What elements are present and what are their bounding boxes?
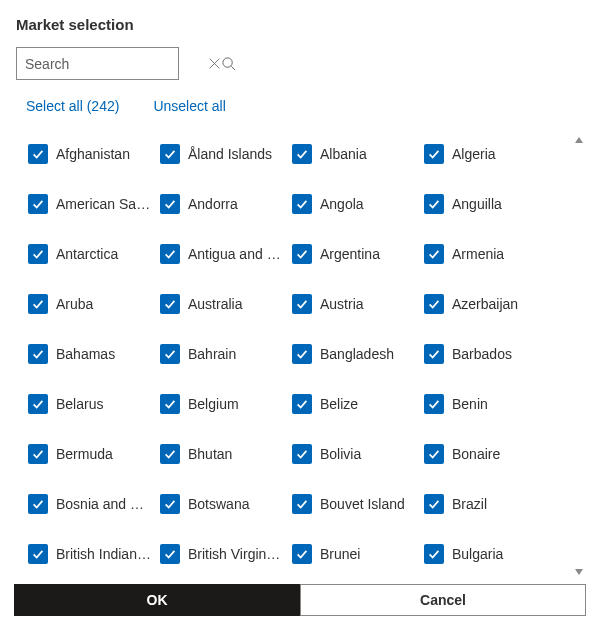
checkbox[interactable]	[160, 194, 180, 214]
market-label: American Samoa	[56, 196, 160, 212]
checkbox[interactable]	[28, 444, 48, 464]
market-item[interactable]: Austria	[292, 294, 424, 314]
checkbox[interactable]	[28, 544, 48, 564]
market-label: Angola	[320, 196, 424, 212]
market-label: Afghanistan	[56, 146, 160, 162]
market-item[interactable]: Afghanistan	[28, 144, 160, 164]
checkbox[interactable]	[424, 194, 444, 214]
svg-point-2	[223, 58, 232, 67]
checkbox[interactable]	[424, 344, 444, 364]
cancel-button[interactable]: Cancel	[300, 584, 586, 616]
market-item[interactable]: Antigua and Barbuda	[160, 244, 292, 264]
market-item[interactable]: British Indian Ocean Territory	[28, 544, 160, 564]
market-label: Aruba	[56, 296, 160, 312]
market-label: Benin	[452, 396, 556, 412]
checkbox[interactable]	[424, 494, 444, 514]
market-item[interactable]: Australia	[160, 294, 292, 314]
select-all-link[interactable]: Select all (242)	[26, 98, 119, 114]
market-item[interactable]: Belarus	[28, 394, 160, 414]
market-item[interactable]: American Samoa	[28, 194, 160, 214]
market-item[interactable]: Belize	[292, 394, 424, 414]
checkbox[interactable]	[424, 394, 444, 414]
checkbox[interactable]	[28, 194, 48, 214]
market-item[interactable]: Benin	[424, 394, 556, 414]
checkbox[interactable]	[424, 244, 444, 264]
checkbox[interactable]	[28, 294, 48, 314]
market-item[interactable]: Angola	[292, 194, 424, 214]
market-label: Bolivia	[320, 446, 424, 462]
market-item[interactable]: Brazil	[424, 494, 556, 514]
clear-icon[interactable]	[208, 48, 221, 79]
market-item[interactable]: Bosnia and Herzegovina	[28, 494, 160, 514]
checkbox[interactable]	[292, 544, 312, 564]
checkbox[interactable]	[424, 444, 444, 464]
market-item[interactable]: Brunei	[292, 544, 424, 564]
market-item[interactable]: Bonaire	[424, 444, 556, 464]
checkbox[interactable]	[292, 144, 312, 164]
ok-button[interactable]: OK	[14, 584, 300, 616]
checkbox[interactable]	[28, 244, 48, 264]
checkbox[interactable]	[292, 494, 312, 514]
market-item[interactable]: Botswana	[160, 494, 292, 514]
market-label: Antarctica	[56, 246, 160, 262]
search-input[interactable]	[17, 56, 208, 72]
market-label: Belarus	[56, 396, 160, 412]
market-item[interactable]: Bolivia	[292, 444, 424, 464]
checkbox[interactable]	[424, 294, 444, 314]
checkbox[interactable]	[292, 344, 312, 364]
market-item[interactable]: Bahamas	[28, 344, 160, 364]
market-grid: AfghanistanÅland IslandsAlbaniaAlgeriaAm…	[28, 144, 582, 564]
market-item[interactable]: Armenia	[424, 244, 556, 264]
checkbox[interactable]	[160, 294, 180, 314]
market-item[interactable]: Albania	[292, 144, 424, 164]
market-label: Bhutan	[188, 446, 292, 462]
unselect-all-link[interactable]: Unselect all	[153, 98, 225, 114]
checkbox[interactable]	[160, 394, 180, 414]
market-label: Australia	[188, 296, 292, 312]
search-icon[interactable]	[221, 48, 236, 79]
market-item[interactable]: Bhutan	[160, 444, 292, 464]
market-item[interactable]: Bouvet Island	[292, 494, 424, 514]
checkbox[interactable]	[424, 144, 444, 164]
market-item[interactable]: Argentina	[292, 244, 424, 264]
checkbox[interactable]	[292, 194, 312, 214]
market-item[interactable]: Belgium	[160, 394, 292, 414]
checkbox[interactable]	[160, 494, 180, 514]
market-list-scroll[interactable]: AfghanistanÅland IslandsAlbaniaAlgeriaAm…	[14, 132, 586, 574]
market-item[interactable]: Andorra	[160, 194, 292, 214]
checkbox[interactable]	[160, 244, 180, 264]
checkbox[interactable]	[292, 294, 312, 314]
dialog-title: Market selection	[16, 16, 586, 33]
market-item[interactable]: Azerbaijan	[424, 294, 556, 314]
bulk-action-row: Select all (242) Unselect all	[26, 98, 586, 114]
market-item[interactable]: Algeria	[424, 144, 556, 164]
market-item[interactable]: Bangladesh	[292, 344, 424, 364]
market-label: British Virgin Islands	[188, 546, 292, 562]
market-item[interactable]: Bulgaria	[424, 544, 556, 564]
market-list-area: AfghanistanÅland IslandsAlbaniaAlgeriaAm…	[14, 132, 586, 574]
market-item[interactable]: Bermuda	[28, 444, 160, 464]
market-label: Åland Islands	[188, 146, 292, 162]
checkbox[interactable]	[28, 344, 48, 364]
market-label: Bulgaria	[452, 546, 556, 562]
market-item[interactable]: Anguilla	[424, 194, 556, 214]
market-item[interactable]: British Virgin Islands	[160, 544, 292, 564]
checkbox[interactable]	[292, 244, 312, 264]
market-item[interactable]: Antarctica	[28, 244, 160, 264]
checkbox[interactable]	[292, 444, 312, 464]
checkbox[interactable]	[160, 544, 180, 564]
checkbox[interactable]	[28, 394, 48, 414]
market-item[interactable]: Aruba	[28, 294, 160, 314]
market-item[interactable]: Barbados	[424, 344, 556, 364]
checkbox[interactable]	[160, 444, 180, 464]
checkbox[interactable]	[28, 144, 48, 164]
dialog-footer: OK Cancel	[14, 574, 586, 628]
checkbox[interactable]	[160, 344, 180, 364]
market-item[interactable]: Bahrain	[160, 344, 292, 364]
market-item[interactable]: Åland Islands	[160, 144, 292, 164]
checkbox[interactable]	[292, 394, 312, 414]
checkbox[interactable]	[160, 144, 180, 164]
checkbox[interactable]	[424, 544, 444, 564]
checkbox[interactable]	[28, 494, 48, 514]
search-box[interactable]	[16, 47, 179, 80]
